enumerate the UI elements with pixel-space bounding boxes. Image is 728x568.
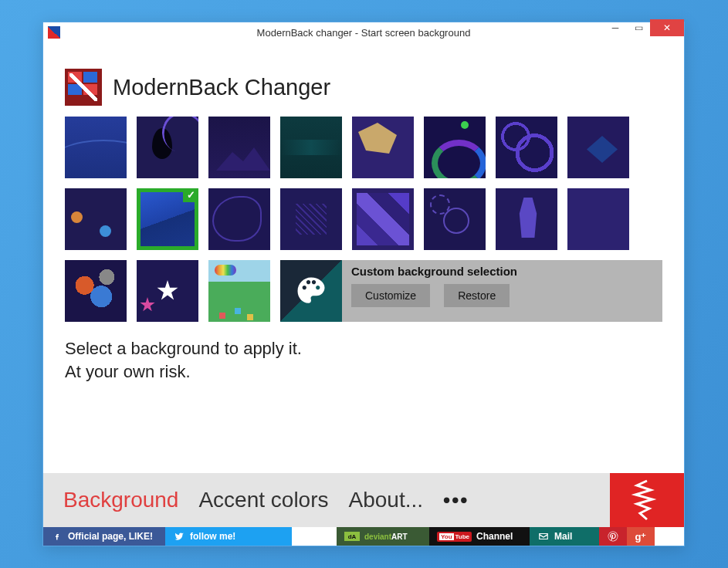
social-twitter[interactable]: follow me! <box>165 527 292 546</box>
bg-thumb-17[interactable] <box>65 260 127 322</box>
bg-thumb-10-selected[interactable] <box>137 188 198 250</box>
titlebar: ModernBack changer - Start screen backgr… <box>43 22 684 42</box>
social-googleplus[interactable]: g⁺ <box>627 527 655 546</box>
social-facebook[interactable]: Official page, LIKE! <box>43 527 165 546</box>
social-bar: Official page, LIKE! follow me! dA devia… <box>43 527 684 546</box>
info-text: Select a background to apply it. At your… <box>65 337 662 383</box>
custom-panel: Custom background selection Customize Re… <box>280 260 662 322</box>
twitter-icon <box>173 530 185 543</box>
bg-thumb-19[interactable] <box>208 260 270 322</box>
bg-thumb-1[interactable] <box>65 117 127 178</box>
restore-button[interactable]: Restore <box>444 284 510 307</box>
googleplus-icon: g⁺ <box>635 530 647 543</box>
deviantart-label: deviantART <box>364 532 408 541</box>
pinterest-icon <box>607 530 619 543</box>
app-icon-small <box>48 26 60 39</box>
more-button[interactable]: ••• <box>443 489 469 512</box>
bg-thumb-4[interactable] <box>280 117 342 178</box>
info-line-1: Select a background to apply it. <box>65 337 662 360</box>
bg-thumb-18[interactable] <box>137 260 198 322</box>
content-area: ModernBack Changer <box>43 42 684 383</box>
bg-thumb-11[interactable] <box>208 188 270 250</box>
palette-icon <box>280 260 342 322</box>
app-logo-icon <box>65 69 102 106</box>
tab-background[interactable]: Background <box>63 488 178 512</box>
window-controls: ─ ▭ ✕ <box>604 19 684 36</box>
deviantart-icon: dA <box>344 532 360 541</box>
bg-thumb-9[interactable] <box>65 188 127 250</box>
bg-thumb-12[interactable] <box>280 188 342 250</box>
social-deviantart[interactable]: dA deviantART <box>337 527 429 546</box>
close-button[interactable]: ✕ <box>650 19 684 36</box>
bg-thumb-6[interactable] <box>424 117 486 178</box>
app-title: ModernBack Changer <box>113 75 330 100</box>
social-pinterest[interactable] <box>599 527 627 546</box>
bg-thumb-14[interactable] <box>424 188 486 250</box>
tab-about[interactable]: About... <box>349 488 424 512</box>
social-tw-label: follow me! <box>190 531 235 542</box>
app-header: ModernBack Changer <box>65 69 662 106</box>
background-grid: Custom background selection Customize Re… <box>65 117 662 322</box>
app-window: ModernBack changer - Start screen backgr… <box>42 22 685 546</box>
bg-thumb-2[interactable] <box>137 117 198 178</box>
custom-title: Custom background selection <box>351 265 653 278</box>
bottom-nav: Background Accent colors About... ••• <box>43 473 684 527</box>
maximize-button[interactable]: ▭ <box>627 19 650 36</box>
bg-thumb-7[interactable] <box>496 117 557 178</box>
youtube-icon: YouTube <box>437 532 472 542</box>
customize-button[interactable]: Customize <box>351 284 430 307</box>
custom-body: Custom background selection Customize Re… <box>342 260 662 322</box>
tab-accent-colors[interactable]: Accent colors <box>198 488 328 512</box>
bg-thumb-5[interactable] <box>352 117 414 178</box>
brand-badge[interactable] <box>610 473 684 527</box>
mail-icon <box>537 530 550 543</box>
social-fb-label: Official page, LIKE! <box>68 531 153 542</box>
info-line-2: At your own risk. <box>65 360 662 384</box>
bg-thumb-15[interactable] <box>496 188 557 250</box>
bg-thumb-3[interactable] <box>208 117 270 178</box>
minimize-button[interactable]: ─ <box>604 19 627 36</box>
social-mail[interactable]: Mail <box>530 527 599 546</box>
social-mail-label: Mail <box>554 531 572 542</box>
bg-thumb-16[interactable] <box>567 188 629 250</box>
facebook-icon <box>51 530 63 543</box>
bg-thumb-13[interactable] <box>352 188 414 250</box>
social-yt-label: Channel <box>476 531 513 542</box>
social-youtube[interactable]: YouTube Channel <box>429 527 530 546</box>
bg-thumb-8[interactable] <box>567 117 629 178</box>
window-title: ModernBack changer - Start screen backgr… <box>43 27 684 39</box>
social-gap <box>292 527 337 546</box>
